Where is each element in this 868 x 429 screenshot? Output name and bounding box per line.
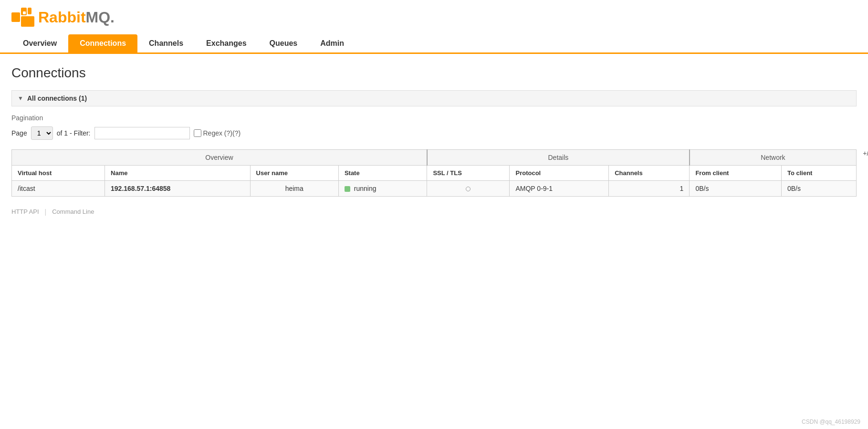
connections-table-wrapper: Overview Details Network Virtual host Na… <box>11 149 857 197</box>
connections-table: Overview Details Network Virtual host Na… <box>11 149 857 197</box>
page-label: Page <box>11 129 27 137</box>
cell-ssl-tls <box>427 181 510 197</box>
collapse-arrow: ▼ <box>18 95 23 102</box>
svg-rect-2 <box>28 8 31 14</box>
cell-from-client: 0B/s <box>690 181 782 197</box>
nav-overview[interactable]: Overview <box>11 34 68 52</box>
svg-rect-0 <box>11 12 20 22</box>
running-indicator <box>345 186 350 192</box>
footer-links: HTTP API | Command Line <box>11 208 857 216</box>
section-title: All connections (1) <box>27 94 87 102</box>
plus-minus-toggle[interactable]: +/- <box>863 149 868 157</box>
col-virtual-host: Virtual host <box>12 166 105 181</box>
logo: RabbitMQ. <box>11 8 857 27</box>
pagination-row: Page 1 of 1 - Filter: Regex (?)(?) <box>11 126 857 140</box>
col-ssl-tls: SSL / TLS <box>427 166 510 181</box>
col-channels: Channels <box>609 166 690 181</box>
of-label: of 1 - Filter: <box>57 129 91 137</box>
nav-queues[interactable]: Queues <box>258 34 309 52</box>
col-to-client: To client <box>781 166 856 181</box>
group-header-overview: Overview <box>12 150 427 166</box>
page-select[interactable]: 1 <box>31 126 53 140</box>
col-protocol: Protocol <box>510 166 609 181</box>
nav-exchanges[interactable]: Exchanges <box>195 34 258 52</box>
regex-label: Regex (?)(?) <box>194 129 241 137</box>
nav-channels[interactable]: Channels <box>137 34 195 52</box>
table-row: /itcast 192.168.57.1:64858 heima running… <box>12 181 857 197</box>
rabbitmq-logo-icon <box>11 8 34 27</box>
cell-virtual-host: /itcast <box>12 181 105 197</box>
logo-text: RabbitMQ. <box>38 9 115 26</box>
cell-user-name: heima <box>250 181 338 197</box>
http-api-link[interactable]: HTTP API <box>11 208 39 216</box>
header: RabbitMQ. Overview Connections Channels … <box>0 0 868 54</box>
cell-to-client: 0B/s <box>781 181 856 197</box>
col-user-name: User name <box>250 166 338 181</box>
group-header-network: Network <box>690 150 857 166</box>
page-title: Connections <box>11 65 857 81</box>
cell-name: 192.168.57.1:64858 <box>105 181 251 197</box>
col-state: State <box>338 166 427 181</box>
col-name: Name <box>105 166 251 181</box>
nav-admin[interactable]: Admin <box>309 34 356 52</box>
regex-text: Regex (?)(?) <box>203 129 241 137</box>
state-text: running <box>354 185 376 192</box>
filter-input[interactable] <box>94 127 190 139</box>
svg-rect-3 <box>21 16 34 27</box>
group-header-details: Details <box>427 150 690 166</box>
command-line-link[interactable]: Command Line <box>52 208 94 216</box>
footer-separator: | <box>45 208 47 216</box>
col-from-client: From client <box>690 166 782 181</box>
regex-checkbox[interactable] <box>194 129 201 137</box>
cell-state: running <box>338 181 427 197</box>
svg-rect-4 <box>23 11 26 14</box>
ssl-dot <box>466 187 471 191</box>
nav-connections[interactable]: Connections <box>68 34 137 52</box>
pagination-label: Pagination <box>11 114 857 122</box>
all-connections-section[interactable]: ▼ All connections (1) <box>11 90 857 106</box>
main-nav: Overview Connections Channels Exchanges … <box>11 34 857 52</box>
cell-channels: 1 <box>609 181 690 197</box>
main-content: Connections ▼ All connections (1) Pagina… <box>0 54 868 227</box>
cell-protocol: AMQP 0-9-1 <box>510 181 609 197</box>
